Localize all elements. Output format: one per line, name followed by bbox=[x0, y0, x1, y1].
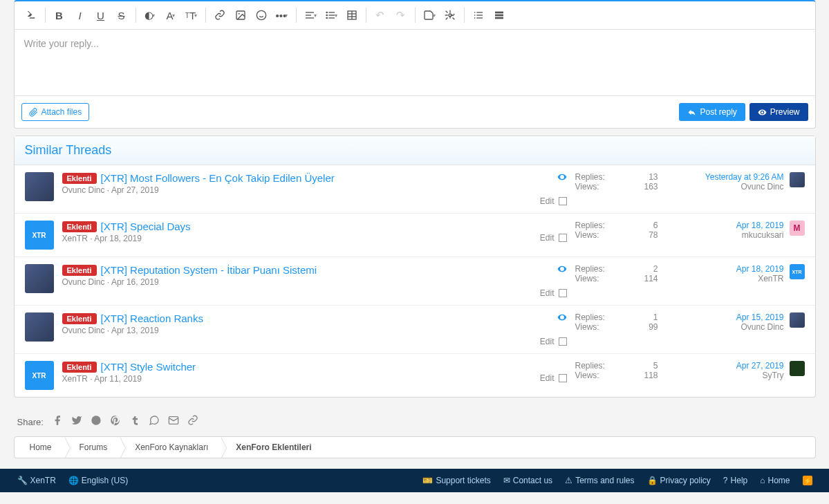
last-poster-avatar[interactable] bbox=[790, 172, 805, 187]
breadcrumb-resources[interactable]: XenForo Kaynakları bbox=[120, 437, 221, 458]
views-count: 118 bbox=[644, 371, 658, 380]
twitter-icon[interactable] bbox=[71, 415, 82, 429]
footer-language-link[interactable]: 🌐 English (US) bbox=[68, 476, 128, 485]
bbcode-list-icon[interactable] bbox=[469, 6, 488, 25]
last-poster-avatar[interactable]: XTR bbox=[790, 264, 805, 279]
thread-author-link[interactable]: XenTR bbox=[62, 234, 88, 243]
footer: 🔧 XenTR 🌐 English (US) 🎫 Support tickets… bbox=[0, 469, 829, 492]
tumblr-icon[interactable] bbox=[129, 415, 140, 429]
thread-author-link[interactable]: XenTR bbox=[62, 374, 88, 384]
footer-terms-link[interactable]: ⚠ Terms and rules bbox=[565, 476, 634, 485]
toggle-bbcode-icon[interactable] bbox=[490, 6, 509, 25]
footer-help-link[interactable]: ? Help bbox=[723, 476, 747, 485]
align-icon[interactable]: ▾ bbox=[301, 6, 320, 25]
last-post-user[interactable]: SyTry bbox=[736, 371, 784, 380]
thread-avatar[interactable]: XTR bbox=[25, 361, 54, 390]
clear-format-icon[interactable] bbox=[21, 6, 41, 25]
thread-title-link[interactable]: [XTR] Style Switcher bbox=[101, 361, 196, 373]
last-post-date[interactable]: Apr 18, 2019 bbox=[736, 221, 784, 230]
bold-icon[interactable]: B bbox=[50, 6, 69, 25]
last-poster-avatar[interactable] bbox=[790, 361, 805, 376]
thread-author-link[interactable]: Ovunc Dinc bbox=[62, 326, 105, 335]
footer-support-link[interactable]: 🎫 Support tickets bbox=[422, 476, 490, 485]
select-checkbox[interactable] bbox=[559, 197, 567, 205]
last-post-date[interactable]: Apr 18, 2019 bbox=[736, 264, 784, 274]
thread-title-link[interactable]: [XTR] Special Days bbox=[101, 221, 191, 232]
last-post-user[interactable]: Ovunc Dinc bbox=[705, 182, 784, 192]
last-post-date[interactable]: Yesterday at 9:26 AM bbox=[705, 172, 784, 182]
font-size-icon[interactable]: TT▾ bbox=[182, 6, 201, 25]
link-icon[interactable] bbox=[210, 6, 230, 25]
breadcrumb-forums[interactable]: Forums bbox=[64, 437, 120, 458]
reply-textarea[interactable]: Write your reply... bbox=[15, 30, 815, 95]
thread-avatar[interactable] bbox=[25, 264, 54, 293]
svg-point-28 bbox=[91, 416, 100, 424]
post-reply-button[interactable]: Post reply bbox=[679, 103, 745, 121]
footer-contact-link[interactable]: ✉ Contact us bbox=[503, 476, 552, 485]
last-post-date[interactable]: Apr 15, 2019 bbox=[736, 312, 784, 322]
italic-icon[interactable]: I bbox=[71, 6, 90, 25]
underline-icon[interactable]: U bbox=[91, 6, 111, 25]
save-draft-icon[interactable]: ▾ bbox=[420, 6, 439, 25]
last-post-user[interactable]: XenTR bbox=[736, 274, 784, 283]
thread-date: Apr 11, 2019 bbox=[94, 374, 142, 384]
redo-icon[interactable]: ↷ bbox=[391, 6, 411, 25]
edit-link[interactable]: Edit bbox=[540, 233, 555, 243]
footer-xentr-link[interactable]: 🔧 XenTR bbox=[17, 476, 56, 485]
email-icon[interactable] bbox=[168, 415, 179, 429]
facebook-icon[interactable] bbox=[52, 415, 63, 429]
thread-avatar[interactable] bbox=[25, 312, 54, 342]
views-count: 99 bbox=[649, 322, 658, 332]
font-family-icon[interactable]: A▾ bbox=[161, 6, 180, 25]
breadcrumb-addons[interactable]: XenForo Eklentileri bbox=[221, 437, 324, 458]
pinterest-icon[interactable] bbox=[110, 415, 121, 429]
thread-row: Eklenti [XTR] Most Followers - En Çok Ta… bbox=[15, 165, 815, 214]
text-color-icon[interactable]: ◐▾ bbox=[140, 6, 160, 25]
select-checkbox[interactable] bbox=[559, 337, 567, 346]
undo-icon[interactable]: ↶ bbox=[371, 6, 390, 25]
edit-link[interactable]: Edit bbox=[540, 196, 555, 206]
gear-icon[interactable] bbox=[440, 6, 460, 25]
more-icon[interactable]: •••▾ bbox=[272, 6, 292, 25]
thread-avatar[interactable] bbox=[25, 172, 54, 201]
svg-rect-26 bbox=[495, 15, 503, 17]
replies-count: 6 bbox=[653, 221, 658, 230]
last-poster-avatar[interactable] bbox=[790, 312, 805, 328]
edit-link[interactable]: Edit bbox=[540, 288, 555, 298]
table-icon[interactable] bbox=[342, 6, 362, 25]
thread-title-link[interactable]: [XTR] Reaction Ranks bbox=[101, 312, 203, 324]
edit-link[interactable]: Edit bbox=[540, 337, 555, 346]
whatsapp-icon[interactable] bbox=[149, 415, 160, 429]
addon-badge: Eklenti bbox=[62, 362, 97, 373]
reddit-icon[interactable] bbox=[91, 415, 102, 429]
emoji-icon[interactable] bbox=[252, 6, 271, 25]
thread-author-link[interactable]: Ovunc Dinc bbox=[62, 277, 105, 287]
strike-icon[interactable]: S bbox=[112, 6, 131, 25]
image-icon[interactable] bbox=[231, 6, 250, 25]
svg-point-13 bbox=[326, 17, 327, 18]
replies-count: 2 bbox=[653, 264, 658, 274]
select-checkbox[interactable] bbox=[559, 374, 567, 382]
edit-link[interactable]: Edit bbox=[540, 373, 555, 383]
last-post-user[interactable]: mkucuksari bbox=[736, 230, 784, 240]
list-icon[interactable]: ▾ bbox=[322, 6, 341, 25]
footer-privacy-link[interactable]: 🔒 Privacy policy bbox=[647, 476, 711, 485]
thread-author-link[interactable]: Ovunc Dinc bbox=[62, 185, 105, 195]
rss-icon[interactable]: ⚡ bbox=[803, 476, 812, 485]
last-post-user[interactable]: Ovunc Dinc bbox=[736, 322, 784, 332]
thread-avatar[interactable]: XTR bbox=[25, 221, 54, 250]
attach-files-button[interactable]: Attach files bbox=[21, 103, 90, 121]
thread-row: XTR Eklenti [XTR] Special Days XenTR · A… bbox=[15, 214, 815, 257]
thread-title-link[interactable]: [XTR] Reputation System - İtibar Puanı S… bbox=[101, 264, 317, 276]
select-checkbox[interactable] bbox=[559, 289, 567, 297]
last-post-date[interactable]: Apr 27, 2019 bbox=[736, 361, 784, 371]
select-checkbox[interactable] bbox=[559, 234, 567, 242]
reply-editor: B I U S ◐▾ A▾ TT▾ •••▾ ▾ ▾ ↶ ↷ ▾ Write y… bbox=[14, 0, 816, 129]
last-poster-avatar[interactable]: M bbox=[790, 221, 805, 236]
footer-home-link[interactable]: ⌂ Home bbox=[760, 476, 790, 485]
copy-link-icon[interactable] bbox=[187, 415, 198, 429]
thread-date: Apr 13, 2019 bbox=[111, 326, 159, 335]
preview-button[interactable]: Preview bbox=[749, 103, 808, 121]
thread-title-link[interactable]: [XTR] Most Followers - En Çok Takip Edil… bbox=[101, 172, 335, 184]
breadcrumb-home[interactable]: Home bbox=[15, 437, 64, 458]
